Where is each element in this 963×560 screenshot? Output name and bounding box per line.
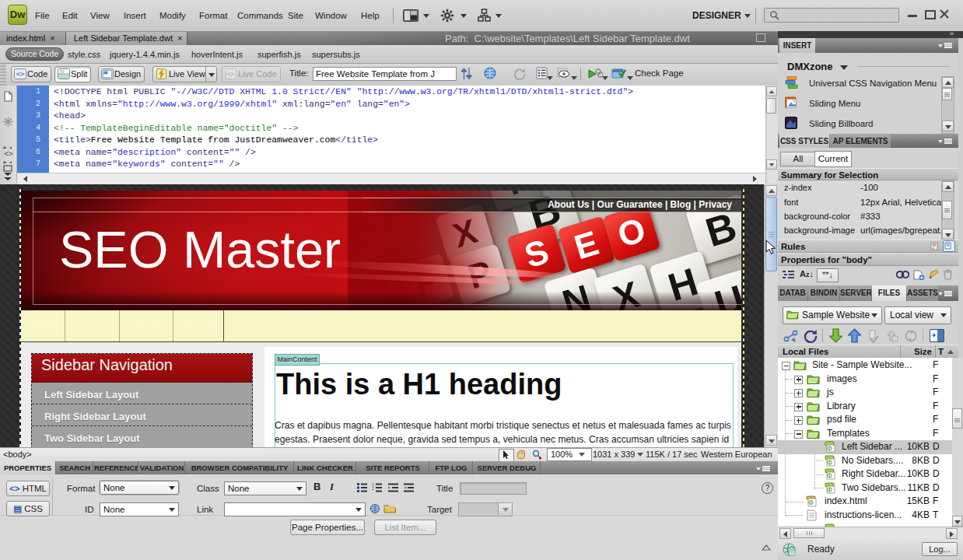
svg-text:<>: <>: [16, 70, 25, 78]
svg-text:2: 2: [372, 486, 374, 491]
svg-text:<>: <>: [4, 149, 13, 158]
svg-text:<>: <>: [227, 71, 235, 78]
